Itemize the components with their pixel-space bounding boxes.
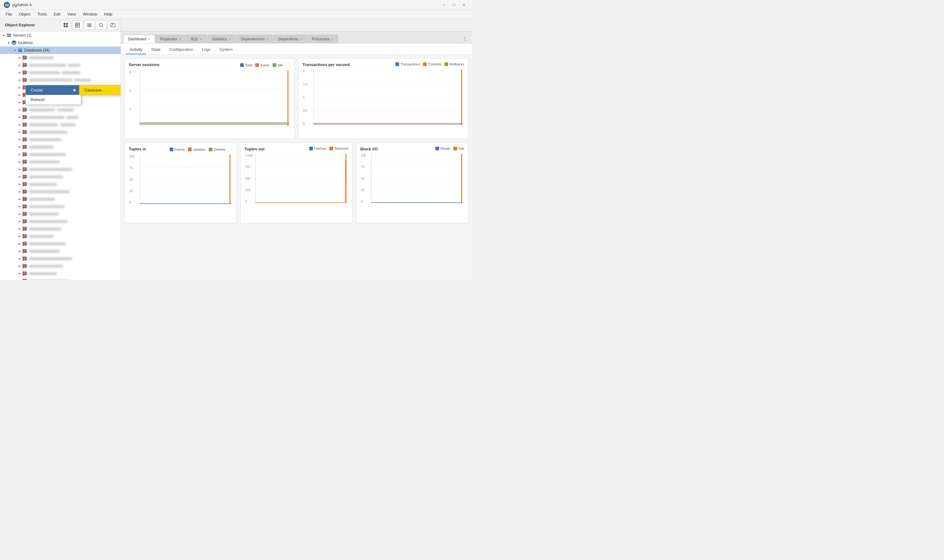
list-item[interactable]: ▶ [0, 203, 121, 210]
menu-view[interactable]: View [64, 11, 79, 17]
y-label-500: 500 [245, 177, 253, 180]
list-item[interactable]: ▶ [0, 136, 121, 143]
tab-dependencies[interactable]: Dependencies × [236, 35, 273, 43]
list-item[interactable]: ▶ [0, 173, 121, 180]
legend-color-hits [454, 147, 457, 151]
context-menu-create[interactable]: Create ▶ [26, 85, 81, 95]
y-label-0-5: 0,5 [303, 109, 307, 112]
chart-server-sessions-minimize[interactable]: - [288, 62, 291, 68]
submenu-database[interactable]: Database... [79, 85, 121, 95]
list-item[interactable]: ▶ [0, 218, 121, 225]
legend-label-transactions: Transactions [400, 62, 420, 66]
svg-rect-93 [23, 152, 23, 157]
tab-close-sql[interactable]: × [200, 37, 202, 41]
list-item[interactable]: ▶ [0, 240, 121, 248]
svg-rect-73 [23, 123, 23, 127]
menu-tools[interactable]: Tools [34, 11, 50, 17]
legend-transactions: Transactions [395, 62, 420, 66]
tab-close-dependents[interactable]: × [300, 37, 302, 41]
tab-sql[interactable]: SQL × [186, 35, 206, 43]
svg-rect-143 [23, 227, 23, 231]
legend-returned: Returned [329, 147, 348, 151]
chart-block-io: Block I/O Reads Hits [356, 143, 468, 223]
close-button[interactable]: × [460, 2, 468, 8]
tab-close-properties[interactable]: × [179, 37, 181, 41]
chart-tuples-in-minimize[interactable]: - [230, 147, 232, 152]
list-item[interactable]: ▶ [0, 114, 121, 121]
list-item[interactable]: ▶ [0, 262, 121, 270]
context-menu-refresh[interactable]: Refresh [26, 95, 81, 105]
toolbar-columns-btn[interactable] [84, 20, 95, 30]
list-item[interactable]: ▶ [0, 195, 121, 203]
list-item[interactable]: ▶ [0, 255, 121, 262]
orange-indicator-sessions [288, 71, 288, 126]
toolbar-table-btn[interactable] [72, 20, 83, 30]
tab-close-processes[interactable]: × [332, 37, 334, 41]
tab-processes[interactable]: Processes × [307, 35, 338, 43]
list-item[interactable]: ▶ [0, 277, 121, 280]
toolbar-terminal-btn[interactable] [108, 20, 118, 30]
list-item[interactable]: ▶ [0, 225, 121, 232]
list-item[interactable]: ▶ [0, 151, 121, 158]
list-item[interactable]: ▶ [0, 121, 121, 128]
list-item[interactable]: ▶ [0, 76, 121, 84]
legend-hits: Hits [454, 147, 464, 151]
app-logo: pg [4, 2, 10, 8]
list-item[interactable]: ▶ [0, 180, 121, 188]
list-item[interactable]: ▶ [0, 188, 121, 195]
legend-color-transactions [395, 62, 399, 66]
sub-tab-system[interactable]: System [215, 45, 236, 54]
menu-edit[interactable]: Edit [51, 11, 63, 17]
list-item[interactable]: ▶ [0, 54, 121, 62]
menu-help[interactable]: Help [101, 11, 116, 17]
menu-window[interactable]: Window [80, 11, 100, 17]
list-item[interactable]: ▶ [0, 69, 121, 76]
tab-statistics[interactable]: Statistics × [208, 35, 235, 43]
svg-rect-9 [87, 25, 91, 25]
list-item[interactable]: ▶ [0, 232, 121, 240]
sub-tab-configuration[interactable]: Configuration [166, 45, 197, 54]
grid-line [314, 97, 463, 98]
tabs-more-button[interactable]: ⋮ [460, 34, 469, 43]
sidebar-item-databases[interactable]: ▼ Databases (34) [0, 46, 121, 54]
y-label-1000: 1.000 [245, 154, 253, 157]
svg-rect-58 [23, 100, 23, 105]
sub-tab-activity[interactable]: Activity [126, 45, 146, 54]
toolbar-grid-btn[interactable] [60, 20, 71, 30]
menu-object[interactable]: Object [16, 11, 34, 17]
sidebar-item-servers[interactable]: ▼ Servers (1) [0, 32, 121, 39]
tab-close-dependencies[interactable]: × [266, 37, 268, 41]
toolbar-search-btn[interactable] [96, 20, 106, 30]
legend-color-commits [423, 62, 427, 66]
list-item[interactable]: ▶ [0, 248, 121, 255]
grid-line [140, 107, 289, 107]
tab-close-statistics[interactable]: × [229, 37, 231, 41]
svg-rect-53 [23, 93, 23, 97]
legend-color-reads [435, 147, 439, 151]
list-item[interactable]: ▶ [0, 143, 121, 151]
maximize-button[interactable]: □ [450, 2, 458, 8]
list-item[interactable]: ▶ [0, 128, 121, 136]
legend-color-returned [329, 147, 333, 151]
menu-file[interactable]: File [3, 11, 15, 17]
sub-tab-logs[interactable]: Logs [198, 45, 214, 54]
tab-properties[interactable]: Properties × [155, 35, 186, 43]
tab-dependents[interactable]: Dependents × [274, 35, 307, 43]
list-item[interactable]: ▶ [0, 210, 121, 218]
list-item[interactable]: ▶ [0, 270, 121, 277]
svg-rect-148 [23, 234, 23, 238]
tab-close-dashboard[interactable]: × [148, 37, 150, 41]
y-label-0: 0 [129, 201, 135, 205]
minimize-button[interactable]: − [440, 2, 449, 8]
list-item[interactable]: ▶ [0, 166, 121, 173]
sidebar-item-localhost[interactable]: ▼ pg localhost [0, 39, 121, 46]
tab-dashboard[interactable]: Dashboard × [123, 35, 155, 43]
sub-tab-state[interactable]: State [147, 45, 164, 54]
list-item[interactable]: ▶ [0, 158, 121, 166]
legend-label-commits: Commits [428, 62, 441, 66]
chart-server-sessions-area: 6 4 2 [140, 71, 289, 126]
legend-deletes: Deletes [209, 148, 225, 151]
chart-server-sessions-legend: Total Active Idle [240, 63, 283, 67]
list-item[interactable]: ▶ [0, 106, 121, 114]
list-item[interactable]: ▶ [0, 62, 121, 69]
